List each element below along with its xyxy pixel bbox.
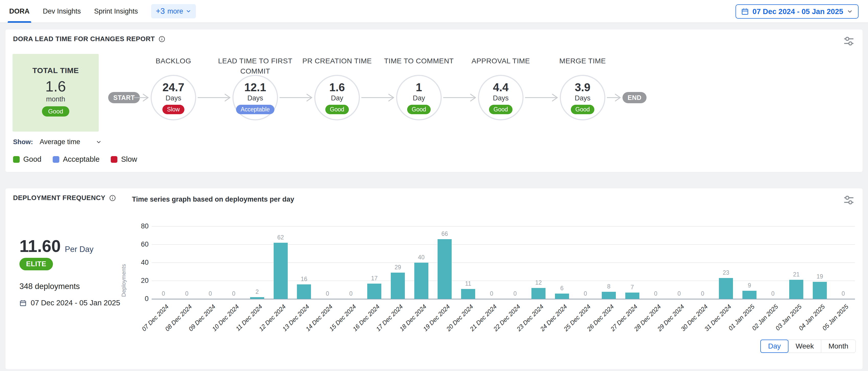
legend-label: Acceptable — [63, 155, 100, 164]
bar-value-label: 29 — [388, 264, 408, 271]
tab-dev-insights[interactable]: Dev Insights — [43, 0, 81, 23]
bar — [250, 297, 264, 299]
bar — [813, 282, 827, 299]
stage-unit: Days — [165, 94, 181, 102]
stage-circle: 1.6DayGood — [314, 75, 360, 120]
show-value: Average time — [40, 138, 80, 146]
bar — [274, 243, 288, 299]
legend-swatch — [111, 156, 117, 163]
bar-value-label: 12 — [528, 279, 549, 286]
bar — [625, 293, 639, 299]
show-label: Show: — [13, 138, 33, 146]
legend-swatch — [13, 156, 20, 163]
stage-title: APPROVAL TIME — [460, 56, 542, 66]
stage-value: 4.4 — [493, 81, 508, 94]
stage-unit: Day — [331, 94, 343, 102]
bar-value-label: 8 — [599, 283, 619, 290]
stage-title: PR CREATION TIME — [296, 56, 378, 66]
total-time-unit: month — [46, 95, 65, 103]
legend-label: Good — [23, 155, 41, 164]
granularity-toggle: DayWeekMonth — [760, 340, 856, 353]
stage-status-badge: Slow — [162, 105, 184, 114]
info-icon[interactable] — [158, 35, 165, 43]
bar-value-label: 0 — [317, 290, 338, 297]
stage-title: LEAD TIME TO FIRST COMMIT — [214, 56, 296, 76]
bar-value-label: 0 — [223, 290, 244, 297]
bar-value-label: 0 — [575, 290, 596, 297]
total-time-tile: TOTAL TIME 1.6 month Good — [12, 54, 99, 132]
y-tick-label: 20 — [131, 277, 149, 284]
stage-value: 12.1 — [244, 81, 266, 94]
toggle-button-week[interactable]: Week — [788, 340, 821, 353]
more-tabs-chip[interactable]: +3 more — [151, 4, 196, 19]
flow-arrow — [443, 92, 476, 103]
bar-value-label: 0 — [763, 290, 783, 297]
date-range-picker[interactable]: 07 Dec 2024 - 05 Jan 2025 — [736, 4, 859, 19]
tab-sprint-insights[interactable]: Sprint Insights — [94, 0, 138, 23]
bar-value-label: 23 — [716, 269, 736, 276]
bar-value-label: 0 — [200, 290, 220, 297]
chevron-down-icon — [186, 8, 191, 14]
stage-value: 1 — [416, 81, 422, 94]
flow-arrow — [198, 92, 231, 103]
top-tab-bar: DORADev InsightsSprint Insights +3 more … — [0, 0, 868, 23]
more-tabs-count: +3 — [156, 7, 165, 16]
stage-status-badge: Good — [325, 105, 349, 114]
toggle-button-day[interactable]: Day — [760, 340, 788, 353]
stage-unit: Days — [575, 94, 590, 102]
stage-status-badge: Good — [489, 105, 513, 114]
total-time-value: 1.6 — [45, 79, 66, 94]
legend-item: Good — [13, 155, 41, 164]
filter-sliders-icon[interactable] — [843, 35, 855, 47]
stage-value: 3.9 — [575, 81, 590, 94]
stage-value: 1.6 — [329, 81, 345, 94]
bar-value-label: 0 — [177, 290, 197, 297]
bar — [391, 273, 405, 299]
stage-circle: 4.4DaysGood — [478, 75, 524, 120]
status-legend: GoodAcceptableSlow — [13, 155, 137, 164]
bar-value-label: 2 — [247, 289, 268, 295]
lead-time-card: DORA LEAD TIME FOR CHANGES REPORT TOTAL … — [5, 29, 863, 172]
bar-value-label: 19 — [810, 273, 830, 280]
deployment-frequency-card: DEPLOYMENT FREQUENCY Time series graph b… — [5, 188, 863, 369]
gridline — [152, 280, 855, 281]
bar-value-label: 40 — [411, 254, 431, 261]
date-range-value: 07 Dec 2024 - 05 Jan 2025 — [752, 7, 843, 16]
gridline — [152, 244, 855, 245]
total-time-status-badge: Good — [42, 106, 69, 116]
y-axis-title: Deployments — [120, 231, 127, 297]
bar-value-label: 6 — [552, 285, 572, 292]
bar-value-label: 9 — [739, 282, 760, 289]
flow-arrow — [280, 92, 313, 103]
y-tick-label: 40 — [131, 259, 149, 267]
stage-circle: 12.1DaysAcceptable — [232, 75, 278, 120]
y-tick-label: 0 — [131, 295, 149, 303]
flow-arrow — [361, 92, 395, 103]
bar-value-label: 11 — [458, 280, 478, 287]
stage-unit: Days — [493, 94, 509, 102]
more-tabs-label: more — [167, 7, 183, 15]
toggle-button-month[interactable]: Month — [821, 340, 856, 353]
bar-value-label: 0 — [646, 290, 666, 297]
stage-circle: 24.7DaysSlow — [151, 75, 196, 120]
deployments-bar-chart: Deployments 806040200007 Dec 2024008 Dec… — [5, 188, 863, 369]
legend-label: Slow — [121, 155, 137, 164]
end-pill: END — [622, 92, 647, 103]
bar — [719, 278, 733, 299]
legend-item: Slow — [111, 155, 137, 164]
bar — [602, 292, 616, 299]
tab-dora[interactable]: DORA — [9, 0, 30, 23]
bar — [531, 288, 546, 299]
chevron-down-icon — [847, 8, 853, 14]
calendar-icon — [741, 8, 749, 15]
stage-value: 24.7 — [162, 81, 184, 94]
flow-arrow — [525, 92, 558, 103]
bar-value-label: 7 — [622, 284, 643, 291]
lead-time-card-title: DORA LEAD TIME FOR CHANGES REPORT — [13, 35, 155, 43]
legend-swatch — [53, 156, 59, 163]
flow-arrow — [607, 92, 621, 103]
show-dropdown[interactable]: Show: Average time — [13, 138, 102, 146]
stage-title: MERGE TIME — [542, 56, 623, 66]
gridline — [152, 226, 855, 227]
stage-status-badge: Acceptable — [236, 105, 274, 114]
